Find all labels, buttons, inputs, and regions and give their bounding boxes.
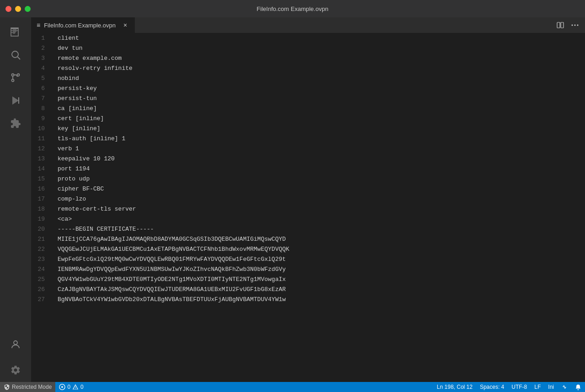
code-line-6: persist-key (54, 84, 579, 94)
code-line-19: <ca> (54, 214, 579, 224)
code-line-7: persist-tun (54, 94, 579, 104)
svg-point-3 (12, 74, 14, 76)
line-number-24: 24 (31, 265, 48, 275)
close-button[interactable] (5, 6, 11, 12)
code-line-14: port 1194 (54, 164, 579, 174)
status-left: Restricted Mode 0 0 (0, 382, 87, 392)
line-number-7: 7 (31, 94, 48, 104)
encoding-label: UTF-8 (511, 384, 527, 390)
code-line-1: client (54, 33, 579, 43)
warnings-count: 0 (80, 384, 84, 390)
svg-point-8 (14, 341, 17, 344)
line-number-26: 26 (31, 285, 48, 295)
line-number-13: 13 (31, 154, 48, 164)
activity-bar (0, 17, 31, 382)
restricted-mode-button[interactable]: Restricted Mode (0, 382, 55, 392)
window-title: FileInfo.com Example.ovpn (257, 5, 329, 12)
broadcast-button[interactable] (558, 382, 571, 392)
sidebar-item-extensions[interactable] (5, 112, 27, 134)
error-icon (59, 384, 65, 390)
line-number-18: 18 (31, 204, 48, 214)
notifications-button[interactable] (571, 382, 585, 392)
line-number-22: 22 (31, 244, 48, 254)
line-number-16: 16 (31, 184, 48, 194)
tab-actions (554, 17, 585, 33)
line-numbers: 1 2 3 4 5 6 7 8 9 10 11 12 13 14 15 16 1… (31, 33, 54, 382)
line-number-3: 3 (31, 53, 48, 64)
line-number-10: 10 (31, 124, 48, 134)
language-mode[interactable]: Ini (544, 382, 558, 392)
editor-tab[interactable]: ≡ FileInfo.com Example.ovpn × (31, 17, 135, 33)
errors-button[interactable]: 0 0 (55, 382, 87, 392)
line-number-2: 2 (31, 43, 48, 53)
svg-point-4 (12, 79, 14, 82)
sidebar-item-source-control[interactable] (5, 67, 27, 89)
code-line-24: IENBMRAwDgYDVQQpEwdFYXN5UlNBMSUwIwYJKoZI… (54, 265, 579, 275)
line-number-17: 17 (31, 194, 48, 204)
status-bar: Restricted Mode 0 0 Ln 198, Col 12 Space… (0, 382, 585, 392)
split-editor-button[interactable] (554, 19, 567, 32)
svg-rect-18 (75, 387, 76, 388)
code-line-16: cipher BF-CBC (54, 184, 579, 194)
minimize-button[interactable] (15, 6, 21, 12)
scrollbar[interactable] (579, 33, 585, 382)
line-number-11: 11 (31, 134, 48, 144)
line-number-15: 15 (31, 174, 48, 184)
code-line-17: comp-lzo (54, 194, 579, 204)
indentation[interactable]: Spaces: 4 (476, 382, 508, 392)
title-bar: FileInfo.com Example.ovpn (0, 0, 585, 17)
sidebar-item-explorer[interactable] (5, 21, 27, 43)
encoding[interactable]: UTF-8 (508, 382, 531, 392)
code-line-18: remote-cert-tls server (54, 204, 579, 214)
line-number-27: 27 (31, 295, 48, 305)
tab-label: FileInfo.com Example.ovpn (44, 22, 116, 29)
sidebar-item-run[interactable] (5, 90, 27, 111)
code-line-12: verb 1 (54, 144, 579, 154)
line-ending[interactable]: LF (531, 382, 544, 392)
code-line-27: BgNVBAoTCkV4YW1wbGVDb20xDTALBgNVBAsTBEFD… (54, 295, 579, 305)
maximize-button[interactable] (25, 6, 31, 12)
line-number-1: 1 (31, 33, 48, 43)
sidebar-item-settings[interactable] (5, 359, 27, 381)
position-label: Ln 198, Col 12 (437, 384, 473, 390)
shield-icon (4, 384, 10, 390)
spaces-label: Spaces: 4 (480, 384, 504, 390)
errors-count: 0 (67, 384, 70, 390)
code-line-20: -----BEGIN CERTIFICATE----- (54, 224, 579, 234)
sidebar-item-search[interactable] (5, 44, 27, 66)
code-line-13: keepalive 10 120 (54, 154, 579, 164)
line-number-23: 23 (31, 254, 48, 265)
line-number-9: 9 (31, 114, 48, 124)
code-line-9: cert [inline] (54, 114, 579, 124)
line-number-5: 5 (31, 74, 48, 84)
line-number-19: 19 (31, 214, 48, 224)
svg-rect-19 (75, 388, 76, 389)
sidebar-item-account[interactable] (5, 334, 27, 355)
status-right: Ln 198, Col 12 Spaces: 4 UTF-8 LF Ini (433, 382, 585, 392)
svg-marker-6 (12, 96, 19, 105)
code-line-15: proto udp (54, 174, 579, 184)
line-number-21: 21 (31, 234, 48, 244)
traffic-lights (5, 6, 31, 12)
line-number-20: 20 (31, 224, 48, 234)
code-editor[interactable]: 1 2 3 4 5 6 7 8 9 10 11 12 13 14 15 16 1… (31, 33, 585, 382)
cursor-position[interactable]: Ln 198, Col 12 (433, 382, 476, 392)
code-line-4: resolv-retry infinite (54, 64, 579, 74)
bell-icon (575, 384, 581, 390)
svg-point-1 (12, 51, 18, 58)
line-number-25: 25 (31, 275, 48, 285)
app-body: ≡ FileInfo.com Example.ovpn × (0, 17, 585, 382)
line-number-14: 14 (31, 164, 48, 174)
code-line-5: nobind (54, 74, 579, 84)
line-number-4: 4 (31, 64, 48, 74)
code-line-11: tls-auth [inline] 1 (54, 134, 579, 144)
line-number-12: 12 (31, 144, 48, 154)
more-actions-button[interactable] (569, 19, 581, 32)
broadcast-icon (561, 384, 568, 390)
code-content[interactable]: client dev tun remote example.com resolv… (54, 33, 579, 382)
editor-area: ≡ FileInfo.com Example.ovpn × (31, 17, 585, 382)
code-line-8: ca [inline] (54, 104, 579, 114)
tab-menu-icon: ≡ (37, 21, 40, 29)
svg-point-11 (572, 25, 573, 26)
tab-close-button[interactable]: × (121, 21, 129, 29)
